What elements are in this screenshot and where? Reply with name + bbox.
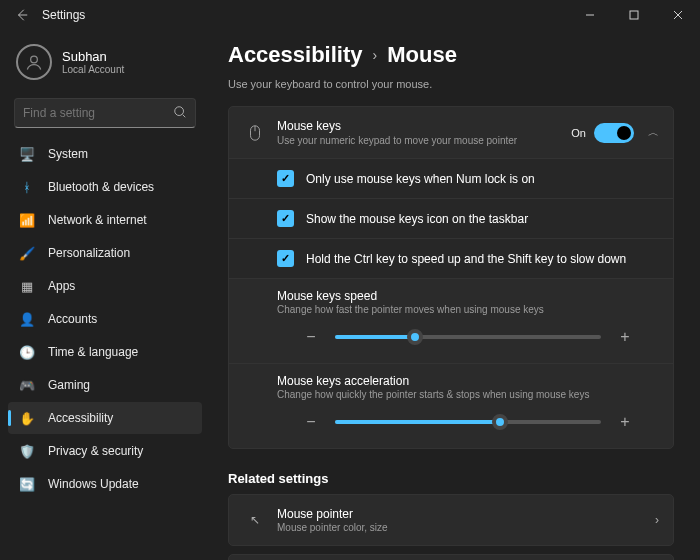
accel-slider[interactable] <box>335 420 601 424</box>
search-input[interactable] <box>23 106 173 120</box>
nav-icon: 🛡️ <box>18 444 36 459</box>
related-mouse[interactable]: 🖱Mouse› <box>228 554 674 560</box>
checkbox-label: Only use mouse keys when Num lock is on <box>306 172 535 186</box>
sidebar-item-network-internet[interactable]: 📶Network & internet <box>8 204 202 236</box>
speed-desc: Change how fast the pointer moves when u… <box>277 304 659 315</box>
nav-label: Time & language <box>48 345 138 359</box>
nav-icon: 🖥️ <box>18 147 36 162</box>
link-title: Mouse pointer <box>277 507 388 521</box>
accel-desc: Change how quickly the pointer starts & … <box>277 389 659 400</box>
chevron-up-icon[interactable]: ︿ <box>648 125 659 140</box>
sidebar-item-apps[interactable]: ▦Apps <box>8 270 202 302</box>
nav-label: Windows Update <box>48 477 139 491</box>
search-icon <box>173 105 187 122</box>
checkbox-row[interactable]: ✓Show the mouse keys icon on the taskbar <box>229 198 673 238</box>
svg-line-4 <box>183 114 186 117</box>
related-heading: Related settings <box>228 471 674 486</box>
breadcrumb-parent[interactable]: Accessibility <box>228 42 363 68</box>
link-desc: Mouse pointer color, size <box>277 522 388 533</box>
accel-increase-button[interactable]: + <box>615 412 635 432</box>
speed-decrease-button[interactable]: − <box>301 327 321 347</box>
sidebar-item-privacy-security[interactable]: 🛡️Privacy & security <box>8 435 202 467</box>
sidebar-item-bluetooth-devices[interactable]: ᚼBluetooth & devices <box>8 171 202 203</box>
svg-point-2 <box>31 56 38 63</box>
sidebar-item-windows-update[interactable]: 🔄Windows Update <box>8 468 202 500</box>
minimize-button[interactable] <box>568 0 612 30</box>
nav-icon: ▦ <box>18 279 36 294</box>
mouse-icon <box>243 124 267 142</box>
toggle-state-label: On <box>571 127 586 139</box>
link-icon: ↖ <box>243 513 267 527</box>
sidebar-item-accounts[interactable]: 👤Accounts <box>8 303 202 335</box>
mouse-keys-title: Mouse keys <box>277 119 517 133</box>
mouse-keys-desc: Use your numeric keypad to move your mou… <box>277 135 517 146</box>
accel-decrease-button[interactable]: − <box>301 412 321 432</box>
user-profile[interactable]: Subhan Local Account <box>8 38 202 94</box>
back-button[interactable] <box>10 3 34 27</box>
speed-increase-button[interactable]: + <box>615 327 635 347</box>
close-button[interactable] <box>656 0 700 30</box>
checkbox-row[interactable]: ✓Hold the Ctrl key to speed up and the S… <box>229 238 673 278</box>
nav-label: Accounts <box>48 312 97 326</box>
nav-icon: 👤 <box>18 312 36 327</box>
nav-icon: 📶 <box>18 213 36 228</box>
avatar-icon <box>16 44 52 80</box>
sidebar-item-time-language[interactable]: 🕒Time & language <box>8 336 202 368</box>
related-mouse-pointer[interactable]: ↖Mouse pointerMouse pointer color, size› <box>228 494 674 546</box>
checkbox[interactable]: ✓ <box>277 210 294 227</box>
nav-label: Bluetooth & devices <box>48 180 154 194</box>
nav-label: System <box>48 147 88 161</box>
chevron-right-icon: › <box>655 513 659 527</box>
nav-label: Personalization <box>48 246 130 260</box>
breadcrumb: Accessibility › Mouse <box>228 42 674 68</box>
search-box[interactable] <box>14 98 196 128</box>
nav-label: Apps <box>48 279 75 293</box>
nav-label: Gaming <box>48 378 90 392</box>
checkbox[interactable]: ✓ <box>277 250 294 267</box>
nav-label: Network & internet <box>48 213 147 227</box>
sidebar-item-gaming[interactable]: 🎮Gaming <box>8 369 202 401</box>
svg-rect-1 <box>630 11 638 19</box>
maximize-button[interactable] <box>612 0 656 30</box>
checkbox-row[interactable]: ✓Only use mouse keys when Num lock is on <box>229 159 673 198</box>
nav-icon: 🕒 <box>18 345 36 360</box>
nav-icon: ✋ <box>18 411 36 426</box>
checkbox-label: Show the mouse keys icon on the taskbar <box>306 212 528 226</box>
checkbox-label: Hold the Ctrl key to speed up and the Sh… <box>306 252 626 266</box>
user-name: Subhan <box>62 49 124 64</box>
svg-point-3 <box>175 106 184 115</box>
window-title: Settings <box>42 8 85 22</box>
breadcrumb-current: Mouse <box>387 42 457 68</box>
user-sub: Local Account <box>62 64 124 75</box>
nav-icon: 🔄 <box>18 477 36 492</box>
nav-label: Accessibility <box>48 411 113 425</box>
speed-slider[interactable] <box>335 335 601 339</box>
nav-icon: 🎮 <box>18 378 36 393</box>
checkbox[interactable]: ✓ <box>277 170 294 187</box>
nav-label: Privacy & security <box>48 444 143 458</box>
page-subtitle: Use your keyboard to control your mouse. <box>228 78 674 90</box>
mouse-keys-row[interactable]: Mouse keys Use your numeric keypad to mo… <box>229 107 673 158</box>
sidebar-item-accessibility[interactable]: ✋Accessibility <box>8 402 202 434</box>
chevron-right-icon: › <box>373 47 378 63</box>
accel-title: Mouse keys acceleration <box>277 374 659 388</box>
sidebar-item-personalization[interactable]: 🖌️Personalization <box>8 237 202 269</box>
speed-title: Mouse keys speed <box>277 289 659 303</box>
nav-icon: 🖌️ <box>18 246 36 261</box>
nav-icon: ᚼ <box>18 180 36 195</box>
sidebar-item-system[interactable]: 🖥️System <box>8 138 202 170</box>
mouse-keys-toggle[interactable] <box>594 123 634 143</box>
